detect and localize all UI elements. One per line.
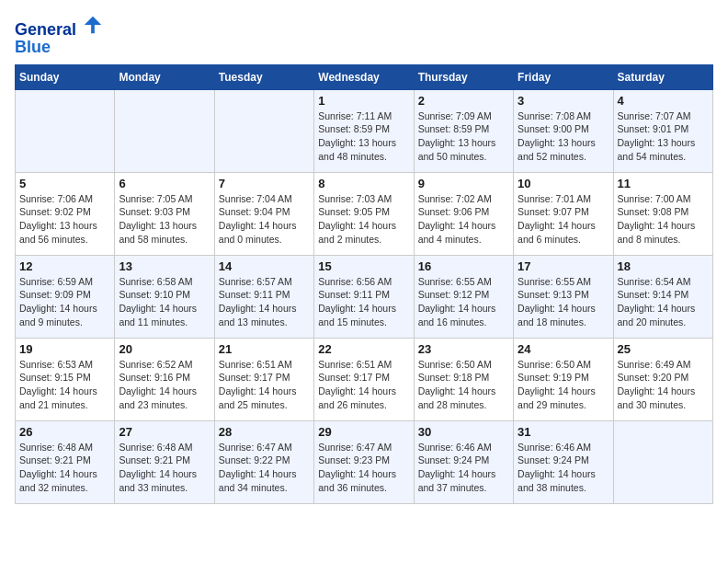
day-info: Sunrise: 7:09 AM Sunset: 8:59 PM Dayligh… xyxy=(418,109,509,164)
weekday-header-monday: Monday xyxy=(115,64,214,89)
day-number: 31 xyxy=(518,425,609,439)
calendar-cell: 21Sunrise: 6:51 AM Sunset: 9:17 PM Dayli… xyxy=(214,338,313,420)
calendar-cell: 9Sunrise: 7:02 AM Sunset: 9:06 PM Daylig… xyxy=(414,172,513,255)
day-info: Sunrise: 7:03 AM Sunset: 9:05 PM Dayligh… xyxy=(318,192,409,247)
day-info: Sunrise: 6:48 AM Sunset: 9:21 PM Dayligh… xyxy=(119,441,210,495)
calendar-cell: 26Sunrise: 6:48 AM Sunset: 9:21 PM Dayli… xyxy=(16,420,115,503)
day-info: Sunrise: 6:51 AM Sunset: 9:17 PM Dayligh… xyxy=(318,358,409,412)
day-info: Sunrise: 6:49 AM Sunset: 9:20 PM Dayligh… xyxy=(618,358,709,412)
calendar-cell: 28Sunrise: 6:47 AM Sunset: 9:22 PM Dayli… xyxy=(214,420,313,503)
week-row-3: 12Sunrise: 6:59 AM Sunset: 9:09 PM Dayli… xyxy=(16,255,713,338)
page-header: General Blue xyxy=(15,15,713,57)
calendar-cell: 31Sunrise: 6:46 AM Sunset: 9:24 PM Dayli… xyxy=(514,420,613,503)
day-number: 20 xyxy=(119,342,210,356)
calendar-cell: 19Sunrise: 6:53 AM Sunset: 9:15 PM Dayli… xyxy=(16,338,115,420)
day-number: 19 xyxy=(19,342,110,356)
day-info: Sunrise: 6:55 AM Sunset: 9:12 PM Dayligh… xyxy=(418,275,509,329)
day-number: 17 xyxy=(518,259,609,273)
day-number: 4 xyxy=(618,94,709,108)
weekday-header-row: SundayMondayTuesdayWednesdayThursdayFrid… xyxy=(16,64,713,89)
week-row-2: 5Sunrise: 7:06 AM Sunset: 9:02 PM Daylig… xyxy=(16,172,713,255)
day-number: 12 xyxy=(19,259,110,273)
calendar-table: SundayMondayTuesdayWednesdayThursdayFrid… xyxy=(15,64,713,504)
calendar-cell: 1Sunrise: 7:11 AM Sunset: 8:59 PM Daylig… xyxy=(314,89,414,172)
weekday-header-friday: Friday xyxy=(514,64,613,89)
day-number: 2 xyxy=(418,94,509,108)
day-info: Sunrise: 7:11 AM Sunset: 8:59 PM Dayligh… xyxy=(318,109,409,164)
calendar-cell: 2Sunrise: 7:09 AM Sunset: 8:59 PM Daylig… xyxy=(414,89,513,172)
day-info: Sunrise: 6:50 AM Sunset: 9:19 PM Dayligh… xyxy=(518,358,609,412)
day-number: 8 xyxy=(318,177,409,190)
day-info: Sunrise: 7:02 AM Sunset: 9:06 PM Dayligh… xyxy=(418,192,509,247)
day-info: Sunrise: 6:59 AM Sunset: 9:09 PM Dayligh… xyxy=(19,275,110,329)
calendar-cell xyxy=(16,89,115,172)
day-number: 25 xyxy=(618,342,709,356)
day-info: Sunrise: 6:46 AM Sunset: 9:24 PM Dayligh… xyxy=(518,441,609,495)
calendar-cell: 15Sunrise: 6:56 AM Sunset: 9:11 PM Dayli… xyxy=(314,255,414,338)
day-number: 16 xyxy=(418,259,509,273)
logo-text: General xyxy=(15,15,103,40)
day-number: 22 xyxy=(318,342,409,356)
day-number: 29 xyxy=(318,425,409,439)
day-number: 7 xyxy=(219,177,310,190)
calendar-cell: 12Sunrise: 6:59 AM Sunset: 9:09 PM Dayli… xyxy=(16,255,115,338)
calendar-cell: 18Sunrise: 6:54 AM Sunset: 9:14 PM Dayli… xyxy=(613,255,712,338)
day-info: Sunrise: 7:01 AM Sunset: 9:07 PM Dayligh… xyxy=(518,192,609,247)
day-info: Sunrise: 6:47 AM Sunset: 9:23 PM Dayligh… xyxy=(318,441,409,495)
calendar-cell: 5Sunrise: 7:06 AM Sunset: 9:02 PM Daylig… xyxy=(16,172,115,255)
weekday-header-tuesday: Tuesday xyxy=(214,64,313,89)
calendar-cell: 20Sunrise: 6:52 AM Sunset: 9:16 PM Dayli… xyxy=(115,338,214,420)
calendar-cell: 17Sunrise: 6:55 AM Sunset: 9:13 PM Dayli… xyxy=(514,255,613,338)
calendar-cell: 23Sunrise: 6:50 AM Sunset: 9:18 PM Dayli… xyxy=(414,338,513,420)
day-info: Sunrise: 6:50 AM Sunset: 9:18 PM Dayligh… xyxy=(418,358,509,412)
day-info: Sunrise: 6:51 AM Sunset: 9:17 PM Dayligh… xyxy=(219,358,310,412)
logo-icon xyxy=(83,15,103,35)
calendar-cell xyxy=(214,89,313,172)
calendar-cell: 16Sunrise: 6:55 AM Sunset: 9:12 PM Dayli… xyxy=(414,255,513,338)
calendar-cell: 4Sunrise: 7:07 AM Sunset: 9:01 PM Daylig… xyxy=(613,89,712,172)
day-info: Sunrise: 7:04 AM Sunset: 9:04 PM Dayligh… xyxy=(219,192,310,247)
weekday-header-sunday: Sunday xyxy=(16,64,115,89)
day-info: Sunrise: 6:46 AM Sunset: 9:24 PM Dayligh… xyxy=(418,441,509,495)
calendar-cell: 13Sunrise: 6:58 AM Sunset: 9:10 PM Dayli… xyxy=(115,255,214,338)
day-info: Sunrise: 7:00 AM Sunset: 9:08 PM Dayligh… xyxy=(618,192,709,247)
day-info: Sunrise: 7:07 AM Sunset: 9:01 PM Dayligh… xyxy=(618,109,709,164)
day-info: Sunrise: 6:57 AM Sunset: 9:11 PM Dayligh… xyxy=(219,275,310,329)
day-number: 3 xyxy=(518,94,609,108)
calendar-cell xyxy=(115,89,214,172)
calendar-cell: 27Sunrise: 6:48 AM Sunset: 9:21 PM Dayli… xyxy=(115,420,214,503)
day-info: Sunrise: 7:05 AM Sunset: 9:03 PM Dayligh… xyxy=(119,192,210,247)
day-info: Sunrise: 6:47 AM Sunset: 9:22 PM Dayligh… xyxy=(219,441,310,495)
day-info: Sunrise: 6:48 AM Sunset: 9:21 PM Dayligh… xyxy=(19,441,110,495)
week-row-4: 19Sunrise: 6:53 AM Sunset: 9:15 PM Dayli… xyxy=(16,338,713,420)
calendar-cell xyxy=(613,420,712,503)
day-number: 5 xyxy=(19,177,110,190)
week-row-1: 1Sunrise: 7:11 AM Sunset: 8:59 PM Daylig… xyxy=(16,89,713,172)
day-number: 24 xyxy=(518,342,609,356)
calendar-cell: 3Sunrise: 7:08 AM Sunset: 9:00 PM Daylig… xyxy=(514,89,613,172)
day-number: 28 xyxy=(219,425,310,439)
day-number: 11 xyxy=(618,177,709,190)
day-info: Sunrise: 6:54 AM Sunset: 9:14 PM Dayligh… xyxy=(618,275,709,329)
logo-blue: Blue xyxy=(15,38,103,57)
calendar-cell: 11Sunrise: 7:00 AM Sunset: 9:08 PM Dayli… xyxy=(613,172,712,255)
calendar-cell: 24Sunrise: 6:50 AM Sunset: 9:19 PM Dayli… xyxy=(514,338,613,420)
calendar-cell: 6Sunrise: 7:05 AM Sunset: 9:03 PM Daylig… xyxy=(115,172,214,255)
calendar-cell: 29Sunrise: 6:47 AM Sunset: 9:23 PM Dayli… xyxy=(314,420,414,503)
calendar-cell: 25Sunrise: 6:49 AM Sunset: 9:20 PM Dayli… xyxy=(613,338,712,420)
day-number: 10 xyxy=(518,177,609,190)
day-number: 23 xyxy=(418,342,509,356)
day-number: 15 xyxy=(318,259,409,273)
calendar-cell: 30Sunrise: 6:46 AM Sunset: 9:24 PM Dayli… xyxy=(414,420,513,503)
day-number: 26 xyxy=(19,425,110,439)
day-info: Sunrise: 6:53 AM Sunset: 9:15 PM Dayligh… xyxy=(19,358,110,412)
day-number: 6 xyxy=(119,177,210,190)
day-info: Sunrise: 6:58 AM Sunset: 9:10 PM Dayligh… xyxy=(119,275,210,329)
day-number: 21 xyxy=(219,342,310,356)
day-number: 13 xyxy=(119,259,210,273)
day-number: 1 xyxy=(318,94,409,108)
day-info: Sunrise: 7:06 AM Sunset: 9:02 PM Dayligh… xyxy=(19,192,110,247)
weekday-header-wednesday: Wednesday xyxy=(314,64,414,89)
calendar-cell: 10Sunrise: 7:01 AM Sunset: 9:07 PM Dayli… xyxy=(514,172,613,255)
logo: General Blue xyxy=(15,15,103,57)
